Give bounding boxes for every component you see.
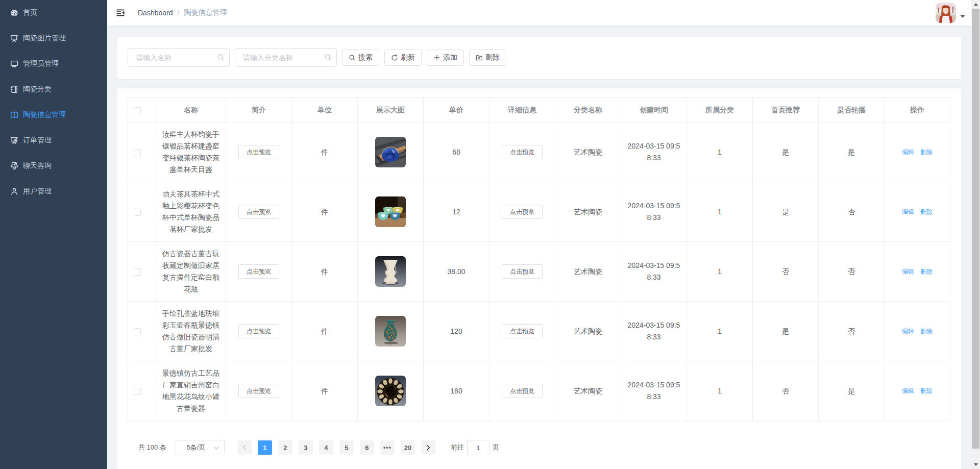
name-search-field bbox=[128, 48, 230, 67]
cell-unit: 件 bbox=[292, 242, 358, 302]
product-image-teal-floral-vase[interactable] bbox=[375, 316, 406, 347]
row-checkbox[interactable] bbox=[134, 268, 141, 276]
table-header-row: 名称 简介 单位 展示大图 单价 详细信息 分类名称 创建时间 所属分类 首页推… bbox=[128, 98, 950, 122]
delete-button[interactable]: 删除 bbox=[469, 50, 506, 66]
detail-preview-button[interactable]: 点击预览 bbox=[502, 264, 543, 279]
row-checkbox[interactable] bbox=[134, 209, 141, 216]
column-header-actions: 操作 bbox=[885, 98, 950, 122]
more-pages-button[interactable]: ••• bbox=[380, 440, 395, 455]
avatar[interactable] bbox=[936, 3, 956, 23]
category-search-field bbox=[235, 48, 337, 67]
breadcrumb-separator: / bbox=[178, 9, 180, 17]
add-button[interactable]: 添加 bbox=[427, 50, 464, 66]
search-toolbar: 搜索 刷新 添加 删除 bbox=[117, 37, 961, 79]
detail-preview-button[interactable]: 点击预览 bbox=[502, 384, 543, 398]
sidebar-item-home[interactable]: 首页 bbox=[0, 0, 107, 26]
next-page-button[interactable] bbox=[421, 440, 435, 455]
edit-link[interactable]: 编辑 bbox=[902, 268, 914, 275]
cell-created: 2024-03-15 09:58:33 bbox=[621, 242, 687, 302]
table-row: 手绘孔雀蓝地珐琅彩玉壶春瓶景德镇仿古做旧瓷器明清古董厂家批发 点击预览 件 bbox=[128, 302, 950, 361]
detail-preview-button[interactable]: 点击预览 bbox=[502, 145, 543, 159]
delete-link[interactable]: 删除 bbox=[920, 149, 933, 156]
category-search-input[interactable] bbox=[235, 48, 337, 67]
cell-recommend: 是 bbox=[753, 302, 819, 361]
edit-link[interactable]: 编辑 bbox=[902, 387, 914, 394]
row-checkbox[interactable] bbox=[134, 328, 141, 335]
scrollbar-up-arrow[interactable] bbox=[971, 0, 980, 9]
sidebar-item-ceramic-info[interactable]: 陶瓷信息管理 bbox=[0, 102, 107, 128]
edit-link[interactable]: 编辑 bbox=[902, 208, 914, 215]
cell-price: 180 bbox=[424, 361, 489, 421]
page-button-4[interactable]: 4 bbox=[319, 440, 333, 455]
page-button-6[interactable]: 6 bbox=[360, 440, 374, 455]
detail-preview-button[interactable]: 点击预览 bbox=[502, 205, 543, 219]
breadcrumb-dashboard[interactable]: Dashboard bbox=[138, 9, 173, 17]
cell-name: 景德镇仿古工艺品厂家直销吉州窑白地黑花花鸟纹小罐古董瓷器 bbox=[156, 361, 226, 421]
cell-created: 2024-03-15 09:58:33 bbox=[621, 361, 687, 421]
intro-preview-button[interactable]: 点击预览 bbox=[238, 205, 279, 219]
delete-link[interactable]: 删除 bbox=[920, 268, 933, 275]
ceramics-table: 名称 简介 单位 展示大图 单价 详细信息 分类名称 创建时间 所属分类 首页推… bbox=[128, 97, 950, 421]
sidebar-item-admins[interactable]: 管理员管理 bbox=[0, 51, 107, 77]
product-image-four-tea-cups[interactable] bbox=[375, 196, 406, 227]
page-button-1[interactable]: 1 bbox=[258, 440, 272, 455]
intro-preview-button[interactable]: 点击预览 bbox=[238, 264, 279, 279]
page-button-5[interactable]: 5 bbox=[339, 440, 354, 455]
cell-category: 艺术陶瓷 bbox=[555, 122, 621, 182]
delete-link[interactable]: 删除 bbox=[920, 208, 933, 215]
cell-unit: 件 bbox=[292, 182, 358, 242]
sidebar-item-label: 用户管理 bbox=[23, 187, 52, 196]
cell-category-id: 1 bbox=[687, 361, 753, 421]
sidebar-item-orders[interactable]: 订单管理 bbox=[0, 128, 107, 153]
edit-link[interactable]: 编辑 bbox=[902, 149, 914, 156]
detail-preview-button[interactable]: 点击预览 bbox=[502, 324, 543, 338]
cell-category: 艺术陶瓷 bbox=[555, 361, 621, 421]
cell-name: 手绘孔雀蓝地珐琅彩玉壶春瓶景德镇仿古做旧瓷器明清古董厂家批发 bbox=[156, 302, 226, 361]
sidebar-item-chat[interactable]: 聊天咨询 bbox=[0, 153, 107, 179]
refresh-button[interactable]: 刷新 bbox=[384, 50, 422, 66]
scrollbar-thumb[interactable] bbox=[972, 9, 979, 449]
prev-page-button[interactable] bbox=[237, 440, 252, 455]
top-navbar: Dashboard / 陶瓷信息管理 bbox=[107, 0, 971, 26]
select-all-checkbox[interactable] bbox=[134, 107, 141, 114]
sidebar-item-users[interactable]: 用户管理 bbox=[0, 179, 107, 204]
sidebar-item-ceramic-pictures[interactable]: 陶瓷图片管理 bbox=[0, 26, 107, 51]
row-checkbox[interactable] bbox=[134, 149, 141, 156]
cell-category-id: 1 bbox=[687, 122, 753, 182]
product-image-black-glaze-jar-top[interactable] bbox=[375, 376, 406, 406]
plus-icon bbox=[433, 54, 440, 61]
page-jump-input[interactable] bbox=[467, 440, 489, 455]
page-button-20[interactable]: 20 bbox=[401, 440, 415, 455]
sidebar-toggle-icon[interactable] bbox=[116, 9, 125, 16]
delete-link[interactable]: 删除 bbox=[920, 387, 933, 394]
page-button-2[interactable]: 2 bbox=[278, 440, 292, 455]
cell-carousel: 是 bbox=[819, 361, 885, 421]
sidebar-item-label: 订单管理 bbox=[23, 136, 52, 145]
page-button-3[interactable]: 3 bbox=[299, 440, 313, 455]
intro-preview-button[interactable]: 点击预览 bbox=[238, 324, 279, 338]
page-size-select[interactable]: 5条/页 bbox=[175, 440, 225, 455]
cell-price: 68 bbox=[424, 122, 489, 182]
sidebar-item-ceramic-categories[interactable]: 陶瓷分类 bbox=[0, 77, 107, 102]
delete-link[interactable]: 删除 bbox=[920, 328, 933, 335]
folder-delete-icon bbox=[476, 54, 483, 61]
main-area: Dashboard / 陶瓷信息管理 bbox=[107, 0, 971, 469]
column-header-category: 分类名称 bbox=[555, 98, 621, 122]
window-scrollbar[interactable] bbox=[971, 0, 980, 469]
caret-down-icon bbox=[960, 15, 965, 18]
row-checkbox[interactable] bbox=[134, 388, 141, 395]
product-image-blue-lotus-bowl[interactable] bbox=[375, 137, 406, 167]
cell-unit: 件 bbox=[292, 122, 358, 182]
user-menu[interactable] bbox=[936, 0, 965, 26]
cell-carousel: 是 bbox=[819, 122, 885, 182]
table-row: 景德镇仿古工艺品厂家直销吉州窑白地黑花花鸟纹小罐古董瓷器 点击预览 件 bbox=[128, 361, 950, 421]
product-image-white-gu-vase[interactable] bbox=[375, 256, 406, 287]
edit-link[interactable]: 编辑 bbox=[902, 328, 914, 335]
scrollbar-down-arrow[interactable] bbox=[971, 460, 980, 469]
intro-preview-button[interactable]: 点击预览 bbox=[238, 145, 279, 159]
intro-preview-button[interactable]: 点击预览 bbox=[238, 384, 279, 398]
refresh-icon bbox=[391, 54, 398, 61]
search-button[interactable]: 搜索 bbox=[342, 50, 379, 66]
name-search-input[interactable] bbox=[128, 48, 230, 67]
breadcrumb: Dashboard / 陶瓷信息管理 bbox=[138, 8, 227, 17]
